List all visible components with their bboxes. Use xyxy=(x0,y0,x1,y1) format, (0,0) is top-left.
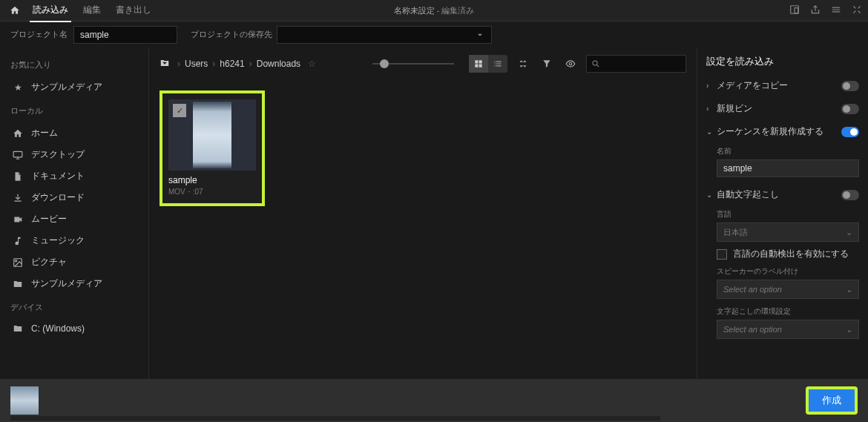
document-icon xyxy=(12,171,24,182)
toggle-create-sequence[interactable] xyxy=(841,127,859,137)
sidebar-item-movies[interactable]: ムービー xyxy=(10,208,138,230)
check-icon[interactable]: ✓ xyxy=(173,104,186,117)
auto-detect-checkbox[interactable] xyxy=(717,249,727,260)
media-meta: MOV・:07 xyxy=(168,187,256,197)
toggle-copy-media[interactable] xyxy=(841,81,859,91)
chevron-down-icon xyxy=(475,30,485,40)
setting-new-bin[interactable]: › 新規ビン xyxy=(706,97,859,120)
filter-icon[interactable] xyxy=(539,59,555,69)
media-card-sample[interactable]: ✓ sample MOV・:07 xyxy=(160,90,265,206)
chevron-right-icon: › xyxy=(706,105,717,113)
env-label: 文字起こしの環境設定 xyxy=(717,306,859,317)
env-select[interactable]: Select an option ⌄ xyxy=(717,320,859,339)
save-dest-select[interactable] xyxy=(277,26,492,44)
image-icon xyxy=(12,257,24,268)
zoom-slider[interactable] xyxy=(372,63,454,65)
sort-icon[interactable] xyxy=(515,59,531,69)
language-label: 言語 xyxy=(717,209,859,220)
local-section: ローカル xyxy=(10,105,138,116)
home-icon[interactable] xyxy=(6,5,24,16)
settings-title: 設定を読み込み xyxy=(706,55,859,68)
menu-icon[interactable] xyxy=(831,4,841,17)
chevron-right-icon: › xyxy=(706,82,717,90)
toggle-auto-transcribe[interactable] xyxy=(841,190,859,200)
setting-create-sequence[interactable]: ⌄ シーケンスを新規作成する xyxy=(706,120,859,143)
chevron-down-icon: ⌄ xyxy=(846,285,852,294)
svg-rect-2 xyxy=(13,151,22,157)
favorite-star-icon[interactable]: ☆ xyxy=(308,59,316,69)
tab-edit[interactable]: 編集 xyxy=(80,0,104,22)
chevron-down-icon: ⌄ xyxy=(846,325,852,334)
music-icon xyxy=(12,236,24,246)
svg-point-6 xyxy=(593,61,597,65)
video-icon xyxy=(12,214,24,225)
crumb-users[interactable]: Users xyxy=(185,59,208,69)
search-box[interactable] xyxy=(586,55,686,73)
star-icon: ★ xyxy=(12,82,24,93)
crumb-user[interactable]: h6241 xyxy=(220,59,244,69)
auto-detect-label: 言語の自動検出を有効にする xyxy=(733,248,849,260)
chevron-down-icon: ⌄ xyxy=(846,228,852,237)
home-icon xyxy=(12,128,24,139)
svg-rect-1 xyxy=(795,7,798,13)
setting-copy-media[interactable]: › メディアをコピー xyxy=(706,74,859,97)
sidebar-item-desktop[interactable]: デスクトップ xyxy=(10,144,138,165)
folder-nav-icon[interactable] xyxy=(160,58,170,70)
fullscreen-icon[interactable] xyxy=(852,4,862,17)
grid-view-button[interactable] xyxy=(469,55,488,73)
tab-export[interactable]: 書き出し xyxy=(113,0,154,22)
sidebar-item-sample-media-2[interactable]: サンブルメディア xyxy=(10,273,138,294)
devices-section: デバイス xyxy=(10,302,138,313)
sidebar-item-documents[interactable]: ドキュメント xyxy=(10,165,138,187)
sequence-name-label: 名前 xyxy=(717,146,859,156)
sidebar-item-downloads[interactable]: ダウンロード xyxy=(10,187,138,208)
folder-icon xyxy=(12,279,24,289)
speaker-select[interactable]: Select an option ⌄ xyxy=(717,280,859,299)
crumb-downloads[interactable]: Downloads xyxy=(257,59,300,69)
selected-media-thumb[interactable] xyxy=(10,386,39,415)
timeline-track[interactable] xyxy=(10,416,660,421)
download-icon xyxy=(12,193,24,203)
window-title: 名称未設定 - 編集済み xyxy=(394,5,475,16)
project-name-label: プロジェクト名 xyxy=(10,29,68,40)
sidebar-item-sample-media[interactable]: ★ サンプルメディア xyxy=(10,76,138,98)
search-input[interactable] xyxy=(603,59,681,68)
tab-import[interactable]: 読み込み xyxy=(30,0,71,22)
language-select[interactable]: 日本語 ⌄ xyxy=(717,222,859,242)
list-view-button[interactable] xyxy=(488,55,507,73)
setting-auto-transcribe[interactable]: ⌄ 自動文字起こし xyxy=(706,183,859,206)
toggle-new-bin[interactable] xyxy=(841,104,859,114)
favorites-section: お気に入り xyxy=(10,59,138,70)
chevron-down-icon: ⌄ xyxy=(706,191,717,199)
sidebar-item-pictures[interactable]: ピクチャ xyxy=(10,251,138,273)
media-name: sample xyxy=(168,175,256,185)
sidebar-item-c-drive[interactable]: C: (Windows) xyxy=(10,319,138,338)
save-dest-label: プロジェクトの保存先 xyxy=(191,29,272,40)
chevron-down-icon: ⌄ xyxy=(706,128,717,136)
share-icon[interactable] xyxy=(810,4,821,17)
search-icon xyxy=(591,59,600,69)
sidebar-item-home[interactable]: ホーム xyxy=(10,122,138,144)
svg-point-5 xyxy=(569,62,572,65)
speaker-label: スピーカーのラベル付け xyxy=(717,266,859,277)
project-name-input[interactable] xyxy=(73,26,177,44)
media-thumbnail[interactable]: ✓ xyxy=(168,99,256,171)
workspace-icon[interactable] xyxy=(789,4,800,17)
drive-icon xyxy=(12,323,24,334)
eye-icon[interactable] xyxy=(562,59,579,69)
sequence-name-input[interactable] xyxy=(717,159,859,177)
thumbnail-image xyxy=(193,102,231,168)
sidebar-item-music[interactable]: ミュージック xyxy=(10,230,138,251)
create-button[interactable]: 作成 xyxy=(806,386,858,415)
monitor-icon xyxy=(12,150,24,160)
svg-point-4 xyxy=(16,260,17,261)
breadcrumb: › Users › h6241 › Downloads xyxy=(177,59,300,69)
